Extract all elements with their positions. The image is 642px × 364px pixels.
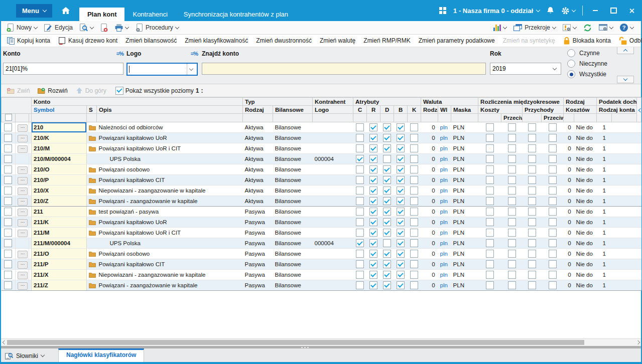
attr-c-checkbox[interactable] bbox=[356, 260, 364, 268]
account-symbol-cell[interactable]: 211 bbox=[32, 207, 87, 217]
rozliczenia-koszty-checkbox[interactable] bbox=[486, 144, 494, 152]
column-header-c[interactable]: C bbox=[353, 106, 367, 114]
attr-c-checkbox[interactable] bbox=[356, 197, 364, 205]
attr-r-checkbox[interactable] bbox=[369, 229, 377, 237]
expand-tree-button[interactable]: Rozwiń bbox=[35, 84, 70, 97]
row-select-checkbox[interactable] bbox=[4, 176, 12, 184]
account-symbol-cell[interactable]: 211/M bbox=[32, 228, 87, 238]
change-waluta-button[interactable]: Zmień walutę bbox=[316, 35, 359, 47]
attr-b-checkbox[interactable] bbox=[397, 218, 405, 226]
waluta-wl-cell[interactable]: pln bbox=[438, 259, 451, 270]
rozliczenia-przychody-przeciw-checkbox[interactable] bbox=[549, 229, 557, 237]
row-menu-button[interactable]: ... bbox=[18, 188, 28, 195]
row-menu-button[interactable]: ... bbox=[18, 124, 28, 132]
attr-b-checkbox[interactable] bbox=[397, 155, 405, 163]
column-header-d[interactable]: D bbox=[380, 106, 394, 114]
znajdz-konto-input[interactable] bbox=[202, 63, 486, 75]
attr-b-checkbox[interactable] bbox=[397, 260, 405, 268]
account-opis-cell[interactable]: Powiązani kapitałowo CIT bbox=[97, 175, 243, 186]
rozliczenia-przychody-przeciw-checkbox[interactable] bbox=[549, 260, 557, 268]
rozliczenia-koszty-przeciw-checkbox[interactable] bbox=[508, 239, 516, 247]
przekroje-button[interactable]: Przekroje bbox=[510, 21, 559, 34]
rozliczenia-koszty-przeciw-checkbox[interactable] bbox=[508, 134, 516, 142]
rozliczenia-koszty-przeciw-checkbox[interactable] bbox=[508, 271, 516, 279]
rozliczenia-koszty-przeciw-checkbox[interactable] bbox=[508, 187, 516, 195]
attr-r-checkbox[interactable] bbox=[369, 123, 377, 131]
rozliczenia-koszty-checkbox[interactable] bbox=[486, 176, 494, 184]
rozliczenia-koszty-przeciw-checkbox[interactable] bbox=[508, 260, 516, 268]
attr-r-checkbox[interactable] bbox=[369, 197, 377, 205]
tab-synchronizacja[interactable]: Synchronizacja kontrahentów z plan bbox=[176, 8, 296, 21]
match-pattern-icon[interactable]: =% bbox=[191, 51, 198, 57]
waluta-wl-cell[interactable]: pln bbox=[438, 175, 451, 186]
row-menu-button[interactable]: ... bbox=[18, 135, 28, 142]
rozliczenia-koszty-checkbox[interactable] bbox=[486, 229, 494, 237]
row-select-checkbox[interactable] bbox=[4, 260, 12, 268]
account-opis-cell[interactable]: Należności od odbiorców bbox=[97, 122, 243, 133]
settings-button[interactable] bbox=[561, 7, 575, 15]
attr-k-checkbox[interactable] bbox=[410, 144, 418, 152]
filter-collapse-up-button[interactable] bbox=[617, 47, 634, 54]
attr-c-checkbox[interactable] bbox=[356, 176, 364, 184]
attr-r-checkbox[interactable] bbox=[369, 218, 377, 226]
row-select-checkbox[interactable] bbox=[4, 144, 12, 152]
waluta-wl-cell[interactable]: pln bbox=[438, 217, 451, 228]
attr-k-checkbox[interactable] bbox=[410, 260, 418, 268]
rozliczenia-przychody-checkbox[interactable] bbox=[528, 197, 536, 205]
attr-d-checkbox[interactable] bbox=[383, 187, 391, 195]
chart-button[interactable] bbox=[490, 21, 510, 34]
help-button[interactable]: ? bbox=[616, 21, 637, 34]
account-opis-cell[interactable]: Powiązani kapitałowo UoR bbox=[97, 133, 243, 143]
account-opis-cell[interactable]: Powiązani - zaangażowanie w kapitale bbox=[97, 280, 243, 291]
refresh-button[interactable] bbox=[580, 21, 595, 34]
attr-r-checkbox[interactable] bbox=[369, 281, 377, 289]
rozliczenia-przychody-checkbox[interactable] bbox=[528, 271, 536, 279]
row-select-checkbox[interactable] bbox=[4, 197, 12, 205]
column-header-koszty-przeciw[interactable]: Przeciw bbox=[501, 114, 523, 122]
attr-c-checkbox[interactable] bbox=[356, 239, 364, 247]
menu-button[interactable]: Menu bbox=[16, 4, 52, 18]
attr-r-checkbox[interactable] bbox=[369, 144, 377, 152]
column-header-rodzaj-konta[interactable]: Rodzaj konta bbox=[597, 106, 637, 114]
account-opis-cell[interactable]: UPS Polska bbox=[97, 154, 243, 164]
attr-d-checkbox[interactable] bbox=[383, 123, 391, 131]
column-header-kosztow[interactable]: Kosztów bbox=[564, 106, 597, 114]
print-button[interactable] bbox=[111, 21, 132, 34]
rozliczenia-koszty-checkbox[interactable] bbox=[486, 271, 494, 279]
attr-b-checkbox[interactable] bbox=[397, 165, 405, 173]
waluta-wl-cell[interactable]: pln bbox=[438, 154, 451, 164]
select-dropdown-button[interactable] bbox=[551, 63, 559, 74]
attr-k-checkbox[interactable] bbox=[410, 176, 418, 184]
apps-grid-icon[interactable] bbox=[439, 7, 446, 14]
rozliczenia-koszty-checkbox[interactable] bbox=[486, 260, 494, 268]
match-pattern-icon[interactable]: =% bbox=[116, 51, 123, 57]
rozliczenia-przychody-przeciw-checkbox[interactable] bbox=[549, 134, 557, 142]
row-menu-button[interactable]: ... bbox=[18, 230, 28, 237]
tab-kontrahenci[interactable]: Kontrahenci bbox=[124, 8, 175, 21]
waluta-wl-cell[interactable]: pln bbox=[438, 249, 451, 259]
attr-r-checkbox[interactable] bbox=[369, 208, 377, 216]
column-header-przychody-przeciw[interactable]: Przeciws bbox=[542, 114, 564, 122]
row-menu-button[interactable]: ... bbox=[18, 145, 28, 153]
attr-b-checkbox[interactable] bbox=[397, 123, 405, 131]
attr-c-checkbox[interactable] bbox=[356, 155, 364, 163]
attr-k-checkbox[interactable] bbox=[410, 229, 418, 237]
column-header-przychody[interactable]: Przychody bbox=[523, 106, 564, 114]
attr-d-checkbox[interactable] bbox=[383, 229, 391, 237]
rozliczenia-przychody-checkbox[interactable] bbox=[528, 187, 536, 195]
waluta-wl-cell[interactable]: pln bbox=[438, 270, 451, 280]
attr-r-checkbox[interactable] bbox=[369, 239, 377, 247]
rozliczenia-koszty-checkbox[interactable] bbox=[486, 165, 494, 173]
attr-d-checkbox[interactable] bbox=[383, 271, 391, 279]
search-button[interactable] bbox=[76, 21, 97, 34]
row-menu-button[interactable]: ... bbox=[18, 166, 28, 174]
attr-c-checkbox[interactable] bbox=[356, 134, 364, 142]
attr-b-checkbox[interactable] bbox=[397, 239, 405, 247]
window-close-button[interactable] bbox=[626, 5, 637, 16]
column-header-rodzaj[interactable]: Rodzaj bbox=[243, 106, 273, 114]
row-menu-button[interactable]: ... bbox=[18, 261, 28, 269]
row-select-checkbox[interactable] bbox=[4, 187, 12, 195]
row-menu-button[interactable]: ... bbox=[18, 177, 28, 185]
attr-r-checkbox[interactable] bbox=[369, 187, 377, 195]
attr-d-checkbox[interactable] bbox=[383, 281, 391, 289]
